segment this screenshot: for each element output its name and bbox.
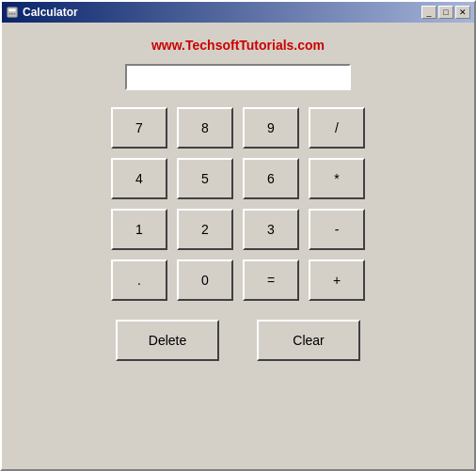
title-bar-buttons: _ □ ✕: [421, 6, 470, 19]
button-multiply[interactable]: *: [309, 158, 365, 199]
button-0[interactable]: 0: [177, 259, 233, 301]
buttons-grid: 7 8 9 / 4 5 6 * 1 2 3 - . 0 = +: [111, 107, 365, 301]
button-3[interactable]: 3: [243, 209, 299, 250]
svg-rect-2: [9, 13, 11, 15]
button-6[interactable]: 6: [243, 158, 299, 199]
app-icon: [6, 6, 19, 19]
window-title: Calculator: [23, 6, 78, 19]
clear-button[interactable]: Clear: [257, 320, 360, 361]
button-9[interactable]: 9: [243, 107, 299, 149]
delete-button[interactable]: Delete: [116, 320, 219, 361]
minimize-button[interactable]: _: [421, 6, 436, 19]
window-body: www.TechsoftTutorials.com 7 8 9 / 4 5 6 …: [2, 23, 474, 376]
button-equals[interactable]: =: [243, 259, 299, 301]
svg-rect-3: [11, 13, 13, 15]
button-5[interactable]: 5: [177, 158, 233, 199]
button-subtract[interactable]: -: [309, 209, 365, 250]
site-url: www.TechsoftTutorials.com: [151, 38, 325, 53]
button-4[interactable]: 4: [111, 158, 167, 199]
close-button[interactable]: ✕: [455, 6, 470, 19]
button-add[interactable]: +: [309, 259, 365, 301]
button-divide[interactable]: /: [309, 107, 365, 149]
button-decimal[interactable]: .: [111, 259, 167, 301]
svg-rect-4: [14, 13, 16, 15]
button-8[interactable]: 8: [177, 107, 233, 149]
svg-rect-1: [9, 9, 16, 12]
svg-rect-0: [8, 8, 18, 18]
title-bar: Calculator _ □ ✕: [2, 2, 474, 23]
display-input[interactable]: [125, 64, 351, 90]
button-7[interactable]: 7: [111, 107, 167, 149]
maximize-button[interactable]: □: [438, 6, 453, 19]
button-1[interactable]: 1: [111, 209, 167, 250]
title-bar-left: Calculator: [6, 6, 78, 19]
button-2[interactable]: 2: [177, 209, 233, 250]
bottom-row: Delete Clear: [116, 320, 360, 361]
calculator-window: Calculator _ □ ✕ www.TechsoftTutorials.c…: [0, 0, 476, 471]
